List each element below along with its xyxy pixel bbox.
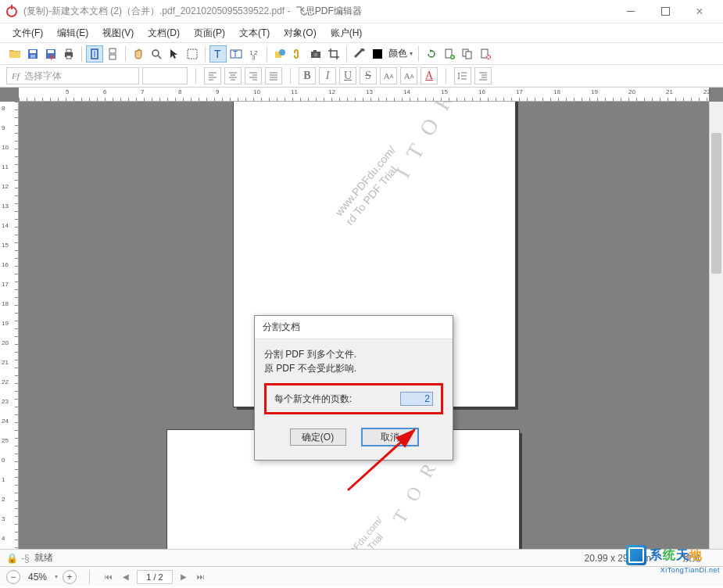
text-box-icon[interactable]: T: [227, 45, 245, 63]
main-toolbar: T T 123 颜色 ▾: [0, 42, 723, 64]
close-button[interactable]: ×: [682, 1, 717, 23]
zoom-value[interactable]: 45%: [28, 572, 47, 583]
font-toolbar: Ff 选择字体 B I U S AA AA A: [0, 64, 723, 88]
svg-point-11: [152, 50, 159, 56]
save-as-icon[interactable]: [42, 45, 59, 63]
svg-rect-28: [466, 52, 471, 59]
statusbar-upper: 🔒 -§ 就绪 20.99 x 29.7 cm 预览: [0, 549, 723, 566]
page-duplicate-icon[interactable]: [459, 45, 476, 63]
text-tool-icon[interactable]: T: [209, 45, 227, 63]
next-page-button[interactable]: ▶: [177, 571, 190, 583]
font-size-selector[interactable]: [142, 67, 188, 84]
menu-edit[interactable]: 编辑(E): [51, 24, 95, 42]
ok-button[interactable]: 确定(O): [290, 428, 346, 446]
strikethrough-button[interactable]: S: [360, 67, 377, 84]
first-page-button[interactable]: ⏮: [102, 571, 115, 583]
rotate-left-icon[interactable]: [423, 45, 440, 63]
align-left-icon[interactable]: [204, 67, 221, 84]
color-swatch-icon[interactable]: [369, 45, 386, 63]
svg-text:T: T: [233, 50, 238, 59]
cancel-button[interactable]: 取消: [362, 428, 418, 446]
svg-rect-7: [66, 56, 71, 59]
underline-button[interactable]: U: [339, 67, 356, 84]
svg-point-22: [314, 52, 318, 56]
brand-en-text: XiTongTianDi.net: [626, 566, 720, 574]
svg-rect-4: [48, 50, 54, 53]
page-delete-icon[interactable]: [477, 45, 494, 63]
svg-point-20: [279, 49, 285, 56]
menubar: 文件(F) 编辑(E) 视图(V) 文档(D) 页面(P) 文本(T) 对象(O…: [0, 23, 723, 42]
menu-page[interactable]: 页面(P): [188, 24, 231, 42]
svg-rect-23: [313, 50, 317, 52]
last-page-button[interactable]: ⏭: [195, 571, 207, 583]
color-label: 颜色: [388, 47, 407, 60]
print-icon[interactable]: [60, 45, 77, 63]
svg-rect-2: [30, 55, 35, 58]
status-ready-text: 就绪: [34, 551, 53, 565]
lock-icon: 🔒: [6, 553, 18, 564]
scrollbar-thumb[interactable]: [711, 133, 721, 274]
menu-object[interactable]: 对象(O): [277, 24, 322, 42]
pages-per-file-label: 每个新文件的页数:: [274, 393, 352, 406]
svg-text:T: T: [214, 48, 221, 60]
superscript-button[interactable]: AA: [380, 67, 397, 84]
svg-rect-1: [30, 50, 36, 53]
vertical-scrollbar[interactable]: [709, 102, 723, 549]
zoom-in-button[interactable]: +: [63, 570, 77, 584]
window-controls: ×: [614, 1, 717, 23]
svg-rect-24: [373, 49, 382, 59]
align-right-icon[interactable]: [245, 67, 262, 84]
menu-view[interactable]: 视图(V): [96, 24, 140, 42]
camera-tool-icon[interactable]: [307, 45, 324, 63]
bold-button[interactable]: B: [299, 67, 316, 84]
crop-tool-icon[interactable]: [325, 45, 342, 63]
brand-logo-icon: [626, 545, 646, 565]
window-title: (复制)-新建文本文档 (2)（合并）.pdf_2021020509553952…: [23, 5, 614, 18]
text-color-button[interactable]: A: [421, 67, 438, 84]
maximize-button[interactable]: [648, 1, 682, 23]
open-icon[interactable]: [6, 45, 23, 63]
subscript-button[interactable]: AA: [400, 67, 417, 84]
vertical-text-icon[interactable]: 123: [245, 45, 263, 63]
indent-icon[interactable]: [474, 67, 492, 84]
svg-rect-12: [188, 49, 197, 59]
save-icon[interactable]: [24, 45, 41, 63]
font-family-selector[interactable]: Ff 选择字体: [6, 67, 139, 84]
menu-document[interactable]: 文档(D): [141, 24, 186, 42]
eyedropper-icon[interactable]: [351, 45, 368, 63]
minimize-button[interactable]: [614, 1, 648, 23]
color-dropdown-icon[interactable]: ▾: [408, 50, 414, 57]
titlebar: (复制)-新建文本文档 (2)（合并）.pdf_2021020509553952…: [0, 0, 723, 23]
app-icon: [6, 6, 17, 17]
svg-rect-9: [109, 48, 116, 53]
svg-rect-10: [109, 55, 116, 59]
menu-account[interactable]: 账户(H): [324, 24, 369, 42]
menu-file[interactable]: 文件(F): [6, 24, 49, 42]
statusbar-lower: − 45% ▾ + ⏮ ◀ 1 / 2 ▶ ⏭: [0, 566, 723, 586]
zoom-out-button[interactable]: −: [6, 570, 20, 584]
pointer-tool-icon[interactable]: [166, 45, 183, 63]
shape-tool-icon[interactable]: [271, 45, 288, 63]
menu-text[interactable]: 文本(T): [233, 24, 276, 42]
line-spacing-icon[interactable]: [454, 67, 471, 84]
svg-rect-6: [66, 49, 71, 52]
continuous-page-icon[interactable]: [104, 45, 121, 63]
single-page-icon[interactable]: [86, 45, 103, 63]
editor-area: 5678910111213141516171819202122 89101112…: [0, 88, 723, 549]
link-tool-icon[interactable]: [289, 45, 306, 63]
page-number-input[interactable]: 1 / 2: [137, 570, 173, 584]
align-justify-icon[interactable]: [265, 67, 282, 84]
horizontal-ruler[interactable]: 5678910111213141516171819202122: [19, 88, 709, 102]
dialog-info-text: 分割 PDF 到多个文件. 原 PDF 不会受此影响.: [264, 347, 443, 375]
prev-page-button[interactable]: ◀: [120, 571, 132, 583]
svg-text:3: 3: [252, 54, 256, 60]
hand-tool-icon[interactable]: [130, 45, 147, 63]
align-center-icon[interactable]: [224, 67, 242, 84]
pages-per-file-input[interactable]: [400, 392, 433, 406]
brand-cn-text: 系统天地: [650, 547, 703, 564]
page-add-icon[interactable]: [441, 45, 458, 63]
vertical-ruler[interactable]: 891011121314151617181920212223242501234: [0, 102, 19, 549]
selection-tool-icon[interactable]: [184, 45, 201, 63]
italic-button[interactable]: I: [319, 67, 336, 84]
zoom-tool-icon[interactable]: [148, 45, 165, 63]
